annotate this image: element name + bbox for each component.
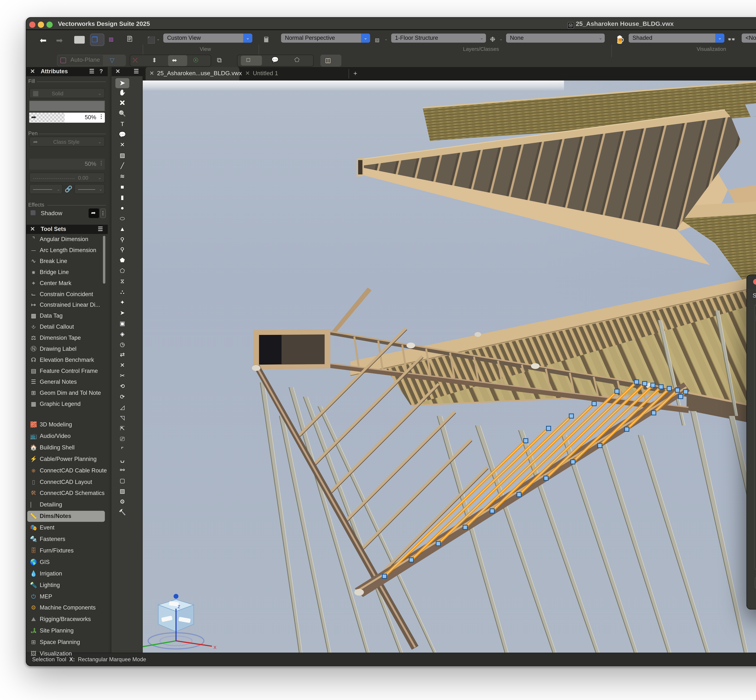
svg-text:X: X <box>214 645 217 650</box>
svg-text:Z: Z <box>178 604 180 609</box>
